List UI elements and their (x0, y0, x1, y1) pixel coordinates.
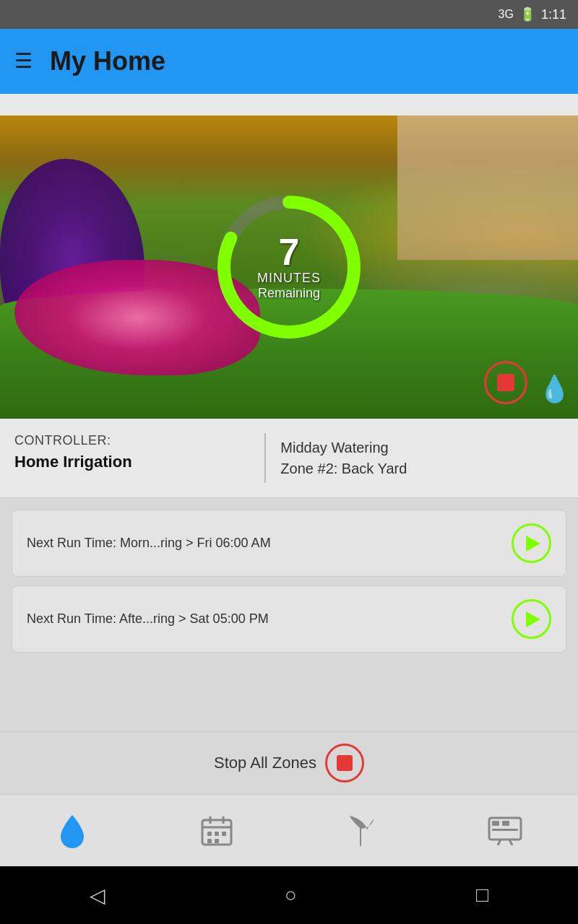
timer-text: 7 MINUTES Remaining (257, 233, 321, 301)
play-button-2[interactable] (512, 599, 551, 639)
stop-all-button[interactable] (325, 744, 364, 783)
svg-rect-9 (207, 839, 212, 843)
schedule-item-text-2: Next Run Time: Afte...ring > Sat 05:00 P… (27, 611, 269, 627)
nav-item-plant[interactable] (331, 808, 390, 853)
schedule-list: Next Run Time: Morn...ring > Fri 06:00 A… (0, 498, 578, 731)
timer-sublabel: Remaining (257, 286, 321, 301)
svg-rect-14 (502, 821, 509, 826)
play-triangle-icon-2 (526, 611, 540, 627)
home-button[interactable]: ○ (285, 884, 297, 907)
recent-apps-button[interactable]: □ (476, 884, 488, 907)
status-bar: 3G 🔋 1:11 (0, 0, 578, 29)
stop-all-label: Stop All Zones (214, 754, 316, 772)
svg-rect-7 (215, 832, 219, 836)
controller-info-section: CONTROLLER: Home Irrigation Midday Water… (0, 419, 578, 498)
list-item[interactable]: Next Run Time: Morn...ring > Fri 06:00 A… (12, 510, 566, 577)
signal-indicator: 3G (499, 8, 514, 21)
battery-indicator: 🔋 (519, 6, 535, 22)
svg-rect-13 (492, 821, 499, 826)
controller-label: CONTROLLER: (14, 433, 250, 448)
water-drop-nav-icon (56, 812, 88, 850)
controller-info-left: CONTROLLER: Home Irrigation (14, 433, 266, 483)
timer-ring-container: 7 MINUTES Remaining (210, 188, 368, 346)
stop-button-overlay[interactable] (484, 361, 527, 404)
zone-name: Zone #2: Back Yard (280, 461, 564, 477)
svg-rect-15 (492, 829, 518, 831)
play-triangle-icon-1 (526, 536, 540, 552)
svg-rect-10 (215, 839, 219, 843)
schedule-name: Midday Watering (280, 440, 564, 456)
water-drop-icon: 💧 (538, 374, 571, 404)
play-button-1[interactable] (512, 523, 551, 563)
hero-image-area: 7 MINUTES Remaining 💧 (0, 116, 578, 419)
list-item[interactable]: Next Run Time: Afte...ring > Sat 05:00 P… (12, 585, 566, 653)
system-bar: ◁ ○ □ (0, 866, 578, 924)
svg-rect-8 (222, 832, 226, 836)
schedule-calendar-icon (200, 814, 233, 847)
timer-number: 7 (257, 233, 321, 271)
back-button[interactable]: ◁ (90, 884, 105, 907)
svg-rect-6 (207, 832, 212, 836)
stop-all-icon (337, 755, 353, 771)
controller-name: Home Irrigation (14, 453, 250, 471)
leaf-icon (345, 814, 376, 847)
nav-item-controller[interactable] (473, 811, 537, 851)
nav-item-schedule[interactable] (186, 808, 248, 853)
house-background (397, 116, 578, 260)
controller-icon (488, 816, 522, 845)
subtitle-bar (0, 94, 578, 116)
schedule-info-right: Midday Watering Zone #2: Back Yard (266, 433, 564, 483)
stop-icon (497, 374, 514, 391)
app-title: My Home (50, 46, 165, 77)
timer-label: MINUTES (257, 271, 321, 286)
bottom-navigation (0, 794, 578, 866)
hamburger-menu-icon[interactable]: ☰ (14, 51, 33, 71)
time-display: 1:11 (541, 7, 566, 22)
schedule-item-text-1: Next Run Time: Morn...ring > Fri 06:00 A… (27, 536, 271, 551)
stop-all-zones-bar: Stop All Zones (0, 731, 578, 794)
nav-item-water[interactable] (42, 806, 103, 855)
app-bar: ☰ My Home (0, 29, 578, 94)
